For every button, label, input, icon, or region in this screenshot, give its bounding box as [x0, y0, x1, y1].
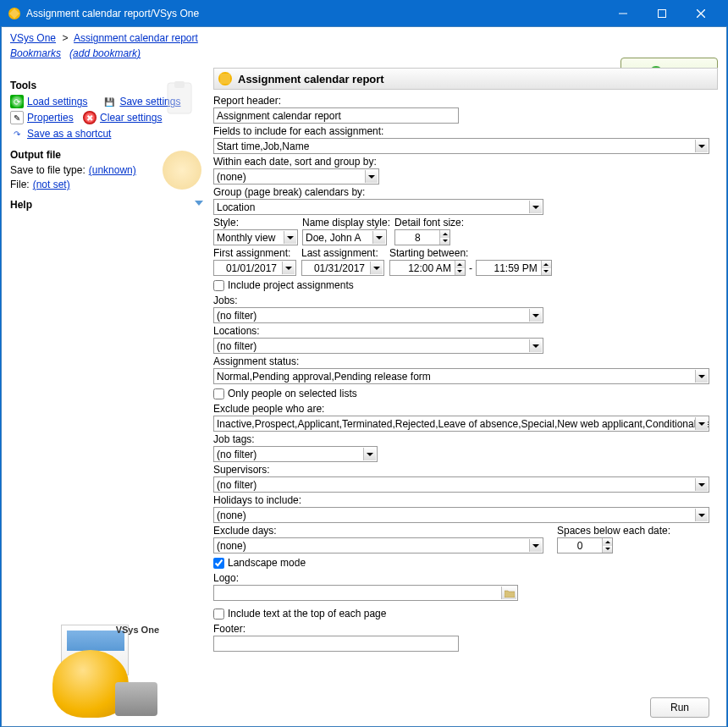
save-shortcut-link[interactable]: Save as a shortcut — [27, 128, 111, 140]
help-expand-icon[interactable] — [195, 201, 203, 206]
include-project-checkbox[interactable] — [213, 280, 224, 291]
holidays-select[interactable]: (none) — [213, 507, 709, 523]
output-heading: Output file — [10, 149, 207, 161]
jobs-select[interactable]: (no filter) — [213, 307, 543, 323]
page-title: Assignment calendar report — [238, 73, 384, 85]
svg-rect-8 — [220, 74, 230, 84]
vsys-logo-image: VSys One — [52, 625, 157, 718]
bookmarks-link[interactable]: Bookmarks — [10, 47, 61, 59]
fields-select[interactable]: Start time,Job,Name — [213, 138, 709, 154]
save-icon: 💾 — [102, 95, 116, 108]
shortcut-icon: ↷ — [10, 127, 24, 140]
close-button[interactable] — [681, 1, 720, 26]
breadcrumb-current[interactable]: Assignment calendar report — [74, 32, 198, 44]
report-header-input[interactable] — [213, 107, 459, 124]
load-icon: ⟳ — [10, 95, 24, 108]
help-heading: Help — [10, 199, 207, 211]
job-tags-select[interactable]: (no filter) — [213, 446, 378, 462]
spaces-stepper[interactable] — [557, 537, 613, 554]
logo-field[interactable] — [213, 585, 518, 601]
style-select[interactable]: Monthly view — [213, 229, 298, 245]
time-to-stepper[interactable] — [476, 260, 552, 276]
exclude-days-select[interactable]: (none) — [213, 537, 543, 554]
group-by-select[interactable]: Location — [213, 199, 543, 215]
name-display-select[interactable]: Doe, John A — [302, 229, 387, 245]
clear-icon: ✖ — [83, 111, 97, 124]
clear-settings-link[interactable]: Clear settings — [100, 112, 162, 124]
browse-icon[interactable] — [501, 587, 516, 599]
save-file-type-link[interactable]: (unknown) — [89, 164, 136, 176]
report-icon — [218, 71, 233, 86]
main-form: Assignment calendar report Report header… — [213, 68, 718, 726]
minimize-button[interactable] — [604, 1, 643, 26]
font-size-stepper[interactable] — [394, 229, 450, 245]
title-bar: Assignment calendar report/VSys One — [1, 1, 727, 26]
locations-select[interactable]: (no filter) — [213, 338, 543, 354]
load-settings-link[interactable]: Load settings — [27, 96, 87, 107]
window-title: Assignment calendar report/VSys One — [26, 8, 604, 19]
sidebar: Tools ⟳ Load settings 💾 Save settings ✎ … — [10, 68, 207, 726]
breadcrumb: VSys One > Assignment calendar report — [2, 27, 726, 46]
svg-rect-2 — [659, 10, 666, 18]
run-button[interactable]: Run — [650, 697, 709, 718]
landscape-checkbox[interactable] — [213, 558, 224, 569]
status-select[interactable]: Normal,Pending approval,Pending release … — [213, 368, 709, 384]
include-text-checkbox[interactable] — [213, 609, 224, 620]
time-from-stepper[interactable] — [389, 260, 466, 276]
sort-group-select[interactable]: (none) — [213, 168, 379, 185]
main-header: Assignment calendar report — [213, 68, 718, 90]
exclude-people-select[interactable]: Inactive,Prospect,Applicant,Terminated,R… — [213, 416, 709, 432]
last-assignment-date[interactable]: 01/31/2017 — [301, 260, 384, 276]
app-icon — [8, 7, 21, 20]
breadcrumb-root[interactable]: VSys One — [10, 32, 56, 44]
bookmarks-bar: Bookmarks (add bookmark) — [2, 46, 726, 64]
tools-heading: Tools — [10, 80, 207, 91]
footer-input[interactable] — [213, 636, 459, 652]
add-bookmark-link[interactable]: (add bookmark) — [69, 47, 141, 59]
first-assignment-date[interactable]: 01/01/2017 — [213, 260, 296, 276]
maximize-button[interactable] — [643, 1, 681, 26]
only-lists-checkbox[interactable] — [213, 388, 224, 399]
properties-link[interactable]: Properties — [27, 112, 74, 124]
properties-icon: ✎ — [10, 111, 24, 124]
file-link[interactable]: (not set) — [33, 179, 70, 190]
supervisors-select[interactable]: (no filter) — [213, 476, 709, 493]
